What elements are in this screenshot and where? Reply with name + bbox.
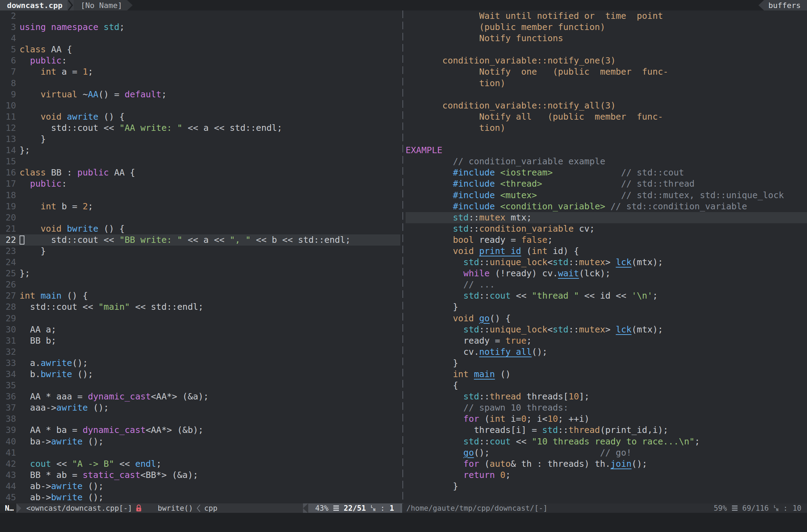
manpage-line[interactable]: condition_variable::notify_all(3)	[406, 100, 807, 111]
manpage-line[interactable]: while (!ready) cv.wait(lck);	[406, 268, 807, 279]
statusline-path: /home/gaute/tmp/cpp/downcast/[-]	[406, 504, 548, 512]
code-line[interactable]: 28 std::cout << "main" << std::endl;	[0, 301, 400, 313]
manpage-line[interactable]: condition_variable::notify_one(3)	[406, 55, 807, 66]
code-line[interactable]: 8	[0, 78, 400, 89]
manpage-line[interactable]: }	[406, 358, 807, 369]
command-line[interactable]	[0, 513, 807, 532]
manpage-line[interactable]: std::cout << "thread " << id << '\n';	[406, 290, 807, 301]
code-line[interactable]: 3using namespace std;	[0, 22, 400, 33]
code-line[interactable]: 40 ba->awrite ();	[0, 436, 400, 447]
manpage-line[interactable]: #include <mutex> // std::mutex, std::uni…	[406, 190, 807, 201]
code-line[interactable]: 6 public:	[0, 55, 400, 66]
manpage-line[interactable]: void go() {	[406, 313, 807, 324]
manpage-line[interactable]: ready = true;	[406, 335, 807, 346]
code-line[interactable]: 24	[0, 257, 400, 268]
token: AA {	[46, 44, 72, 54]
manpage-line[interactable]: }	[406, 481, 807, 492]
manpage-line[interactable]: go(); // go!	[406, 447, 807, 458]
manpage-line[interactable]: void print_id (int id) {	[406, 246, 807, 257]
manpage-line[interactable]: EXAMPLE	[406, 145, 807, 156]
manpage-line[interactable]: std::cout << "10 threads ready to race..…	[406, 436, 807, 447]
code-line[interactable]: 20	[0, 212, 400, 223]
code-line[interactable]: 9 virtual ~AA() = default;	[0, 89, 400, 100]
left-editor-pane[interactable]: 23using namespace std;45class AA {6 publ…	[0, 10, 400, 503]
manpage-line[interactable]: Wait until notified or time point	[406, 10, 807, 22]
code-line[interactable]: 27int main () {	[0, 290, 400, 301]
code-line[interactable]: 25};	[0, 268, 400, 279]
code-line[interactable]: 36 AA * aaa = dynamic_cast<AA*> (&a);	[0, 391, 400, 402]
code-line[interactable]: 2	[0, 10, 400, 22]
manpage-line[interactable]	[406, 44, 807, 55]
code-line[interactable]: 31 BB b;	[0, 335, 400, 346]
manpage-line[interactable]: std::condition_variable cv;	[406, 223, 807, 234]
code-line[interactable]: 42 cout << "A -> B" << endl;	[0, 458, 400, 470]
manpage-line[interactable]: std::unique_lock<std::mutex> lck(mtx);	[406, 257, 807, 268]
manpage-line[interactable]: int main ()	[406, 369, 807, 380]
code-line[interactable]: 18	[0, 190, 400, 201]
code-line[interactable]: 11 void awrite () {	[0, 111, 400, 122]
code-line[interactable]: 26	[0, 279, 400, 290]
code-line[interactable]: 13 }	[0, 134, 400, 145]
code-line[interactable]: 17 public:	[0, 178, 400, 189]
code-line[interactable]: 44 ab->awrite ();	[0, 481, 400, 492]
code-line[interactable]: 39 AA * ba = dynamic_cast<AA*> (&b);	[0, 425, 400, 436]
buffers-menu[interactable]: buffers	[764, 0, 807, 10]
code-line[interactable]: 21 void bwrite () {	[0, 223, 400, 234]
tab-1[interactable]: [No Name]	[74, 0, 127, 10]
code-line[interactable]: 33 a.awrite();	[0, 358, 400, 369]
code-line[interactable]: 7 int a = 1;	[0, 66, 400, 77]
tab-0[interactable]: downcast.cpp	[0, 0, 67, 10]
code-line[interactable]: 34 b.bwrite ();	[0, 369, 400, 380]
code-line[interactable]: 41	[0, 447, 400, 458]
right-manpage-pane[interactable]: Wait until notified or time point (publi…	[406, 10, 807, 503]
manpage-line[interactable]: std::unique_lock<std::mutex> lck(mtx);	[406, 324, 807, 335]
line-number: 7	[0, 66, 16, 77]
code-line[interactable]: 45 ab->bwrite ();	[0, 492, 400, 503]
manpage-line[interactable]: for (int i=0; i<10; ++i)	[406, 413, 807, 425]
manpage-line[interactable]: #include <thread> // std::thread	[406, 178, 807, 189]
manpage-line[interactable]: #include <condition_variable> // std::co…	[406, 201, 807, 212]
manpage-line[interactable]: threads[i] = std::thread(print_id,i);	[406, 425, 807, 436]
manpage-line[interactable]: std::mutex mtx;	[406, 212, 807, 223]
window-separator[interactable]	[400, 10, 406, 503]
code-line[interactable]: 10	[0, 100, 400, 111]
manpage-line[interactable]: std::thread threads[10];	[406, 391, 807, 402]
manpage-line[interactable]: // condition_variable example	[406, 156, 807, 167]
code-line[interactable]: 14};	[0, 145, 400, 156]
manpage-line[interactable]: Notify functions	[406, 33, 807, 44]
code-line[interactable]: 4	[0, 33, 400, 44]
code-line[interactable]: 19 int b = 2;	[0, 201, 400, 212]
manpage-line[interactable]: tion)	[406, 78, 807, 89]
manpage-line[interactable]: }	[406, 301, 807, 313]
code-line[interactable]: 43 BB * ab = static_cast<BB*> (&a);	[0, 470, 400, 481]
code-line[interactable]: 23 }	[0, 246, 400, 257]
token: << std::endl;	[130, 302, 203, 312]
code-line[interactable]: 32	[0, 346, 400, 358]
manpage-line[interactable]: Notify all (public member func-	[406, 111, 807, 122]
manpage-line[interactable]: // ...	[406, 279, 807, 290]
manpage-line[interactable]: Notify one (public member func-	[406, 66, 807, 77]
manpage-line[interactable]	[406, 89, 807, 100]
manpage-line[interactable]: for (auto& th : threads) th.join();	[406, 458, 807, 470]
code-line[interactable]: 29	[0, 313, 400, 324]
manpage-line[interactable]: (public member function)	[406, 22, 807, 33]
code-line[interactable]: 35	[0, 380, 400, 391]
manpage-line[interactable]: tion)	[406, 122, 807, 134]
manpage-line[interactable]	[406, 134, 807, 145]
token: }	[20, 134, 46, 144]
code-line[interactable]: 22 std::cout << "BB write: " << a << ", …	[0, 234, 400, 246]
token: {	[406, 380, 458, 390]
code-line[interactable]: 38	[0, 413, 400, 425]
code-line[interactable]: 30 AA a;	[0, 324, 400, 335]
manpage-line[interactable]: #include <iostream> // std::cout	[406, 167, 807, 178]
manpage-line[interactable]: // spawn 10 threads:	[406, 402, 807, 413]
manpage-line[interactable]: return 0;	[406, 470, 807, 481]
manpage-line[interactable]: cv.notify_all();	[406, 346, 807, 358]
code-line[interactable]: 37 aaa->awrite ();	[0, 402, 400, 413]
manpage-line[interactable]: {	[406, 380, 807, 391]
code-line[interactable]: 16class BB : public AA {	[0, 167, 400, 178]
manpage-line[interactable]: bool ready = false;	[406, 234, 807, 246]
code-line[interactable]: 12 std::cout << "AA write: " << a << std…	[0, 122, 400, 134]
code-line[interactable]: 15	[0, 156, 400, 167]
code-line[interactable]: 5class AA {	[0, 44, 400, 55]
